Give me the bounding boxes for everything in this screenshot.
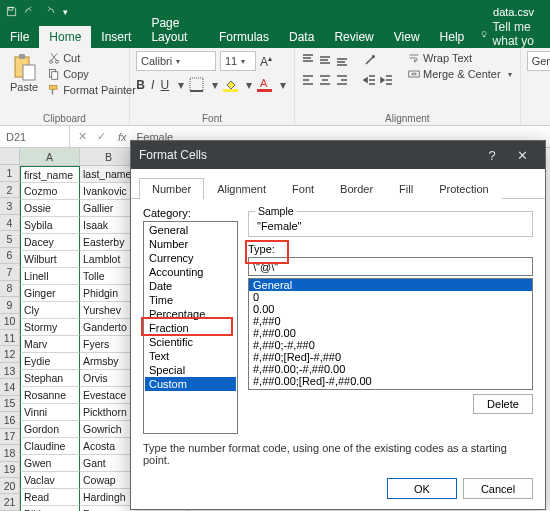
cell[interactable]: Marv bbox=[20, 336, 80, 353]
cell[interactable]: Blithe bbox=[20, 506, 80, 511]
type-option[interactable]: General bbox=[249, 279, 532, 291]
cell[interactable]: Vinni bbox=[20, 404, 80, 421]
category-option[interactable]: Accounting bbox=[145, 265, 236, 279]
category-option[interactable]: Number bbox=[145, 237, 236, 251]
tab-help[interactable]: Help bbox=[430, 26, 475, 48]
category-option[interactable]: Special bbox=[145, 363, 236, 377]
type-option[interactable]: #,##0 bbox=[249, 315, 532, 327]
cell[interactable]: Claudine bbox=[20, 438, 80, 455]
wrap-text-button[interactable]: Wrap Text bbox=[406, 51, 514, 65]
cell[interactable]: Dacey bbox=[20, 234, 80, 251]
merge-center-button[interactable]: Merge & Center▾ bbox=[406, 67, 514, 81]
fill-more-icon[interactable]: ▾ bbox=[245, 77, 254, 92]
dialog-tab[interactable]: Alignment bbox=[204, 178, 279, 199]
save-icon[interactable] bbox=[6, 6, 17, 19]
cancel-formula-icon[interactable]: ✕ bbox=[78, 130, 87, 143]
dialog-close-icon[interactable]: ✕ bbox=[507, 148, 537, 163]
dialog-tab[interactable]: Protection bbox=[426, 178, 502, 199]
type-option[interactable]: 0 bbox=[249, 291, 532, 303]
tell-me[interactable]: Tell me what yo bbox=[480, 20, 550, 48]
ok-button[interactable]: OK bbox=[387, 478, 457, 499]
cell[interactable]: Read bbox=[20, 489, 80, 506]
cell[interactable]: Gordon bbox=[20, 421, 80, 438]
font-name-select[interactable]: Calibri▾ bbox=[136, 51, 216, 71]
cell[interactable]: Ossie bbox=[20, 200, 80, 217]
type-option[interactable]: 0.00 bbox=[249, 303, 532, 315]
type-option[interactable]: #,##0.00 bbox=[249, 327, 532, 339]
underline-more-icon[interactable]: ▾ bbox=[176, 77, 185, 92]
row-header[interactable]: 5 bbox=[0, 231, 20, 247]
row-header[interactable]: 14 bbox=[0, 379, 20, 395]
row-header[interactable]: 6 bbox=[0, 248, 20, 264]
cell[interactable]: Sybila bbox=[20, 217, 80, 234]
align-right-icon[interactable] bbox=[335, 73, 349, 87]
select-all[interactable] bbox=[0, 148, 20, 165]
cell[interactable]: Cozmo bbox=[20, 183, 80, 200]
cell[interactable]: Ginger bbox=[20, 285, 80, 302]
tab-file[interactable]: File bbox=[0, 26, 39, 48]
category-option[interactable]: Fraction bbox=[145, 321, 236, 335]
dialog-tab[interactable]: Number bbox=[139, 178, 204, 199]
cell[interactable]: Cly bbox=[20, 302, 80, 319]
indent-dec-icon[interactable] bbox=[363, 73, 377, 87]
tab-view[interactable]: View bbox=[384, 26, 430, 48]
tab-data[interactable]: Data bbox=[279, 26, 324, 48]
align-left-icon[interactable] bbox=[301, 73, 315, 87]
italic-button[interactable]: I bbox=[148, 77, 157, 92]
type-option[interactable]: #,##0.00;-#,##0.00 bbox=[249, 363, 532, 375]
cell[interactable]: Vaclav bbox=[20, 472, 80, 489]
cell[interactable]: Rosanne bbox=[20, 387, 80, 404]
cell[interactable]: Wilburt bbox=[20, 251, 80, 268]
dialog-title-bar[interactable]: Format Cells ? ✕ bbox=[131, 141, 545, 169]
row-header[interactable]: 12 bbox=[0, 346, 20, 362]
cell[interactable]: Eydie bbox=[20, 353, 80, 370]
undo-icon[interactable] bbox=[25, 6, 36, 19]
qatoolbar-more-icon[interactable]: ▾ bbox=[63, 7, 68, 17]
category-option[interactable]: Custom bbox=[145, 377, 236, 391]
row-header[interactable]: 18 bbox=[0, 445, 20, 461]
row-header[interactable]: 20 bbox=[0, 478, 20, 494]
indent-inc-icon[interactable] bbox=[380, 73, 394, 87]
delete-button[interactable]: Delete bbox=[473, 394, 533, 414]
row-header[interactable]: 9 bbox=[0, 297, 20, 313]
border-more-icon[interactable]: ▾ bbox=[211, 77, 220, 92]
format-painter-button[interactable]: Format Painter bbox=[46, 83, 138, 97]
number-format-select[interactable]: Gener bbox=[527, 51, 550, 71]
row-header[interactable]: 13 bbox=[0, 363, 20, 379]
category-option[interactable]: Time bbox=[145, 293, 236, 307]
row-header[interactable]: 21 bbox=[0, 494, 20, 510]
tab-home[interactable]: Home bbox=[39, 26, 91, 48]
row-header[interactable]: 16 bbox=[0, 412, 20, 428]
align-middle-icon[interactable] bbox=[318, 53, 332, 67]
fill-color-button[interactable] bbox=[223, 77, 238, 92]
category-option[interactable]: Scientific bbox=[145, 335, 236, 349]
row-header[interactable]: 15 bbox=[0, 396, 20, 412]
dialog-tab[interactable]: Fill bbox=[386, 178, 426, 199]
row-header[interactable]: 4 bbox=[0, 215, 20, 231]
type-input[interactable] bbox=[248, 257, 533, 276]
cell[interactable]: Stormy bbox=[20, 319, 80, 336]
cell[interactable]: first_name bbox=[20, 166, 80, 183]
redo-icon[interactable] bbox=[44, 6, 55, 19]
paste-button[interactable]: Paste bbox=[6, 51, 42, 112]
row-header[interactable]: 17 bbox=[0, 429, 20, 445]
cancel-button[interactable]: Cancel bbox=[463, 478, 533, 499]
category-list[interactable]: GeneralNumberCurrencyAccountingDateTimeP… bbox=[143, 221, 238, 434]
row-header[interactable]: 11 bbox=[0, 330, 20, 346]
row-header[interactable]: 2 bbox=[0, 182, 20, 198]
name-box[interactable]: D21 bbox=[0, 126, 70, 147]
dialog-help-icon[interactable]: ? bbox=[477, 148, 507, 163]
col-header[interactable]: A bbox=[20, 148, 80, 166]
font-color-more-icon[interactable]: ▾ bbox=[279, 77, 288, 92]
row-header[interactable]: 7 bbox=[0, 264, 20, 280]
underline-button[interactable]: U bbox=[160, 77, 169, 92]
row-header[interactable]: 1 bbox=[0, 165, 20, 181]
category-option[interactable]: General bbox=[145, 223, 236, 237]
cell[interactable]: Stephan bbox=[20, 370, 80, 387]
tab-formulas[interactable]: Formulas bbox=[209, 26, 279, 48]
font-size-select[interactable]: 11▾ bbox=[220, 51, 256, 71]
align-bottom-icon[interactable] bbox=[335, 53, 349, 67]
fx-icon[interactable]: fx bbox=[114, 131, 131, 143]
tab-insert[interactable]: Insert bbox=[91, 26, 141, 48]
accept-formula-icon[interactable]: ✓ bbox=[97, 130, 106, 143]
